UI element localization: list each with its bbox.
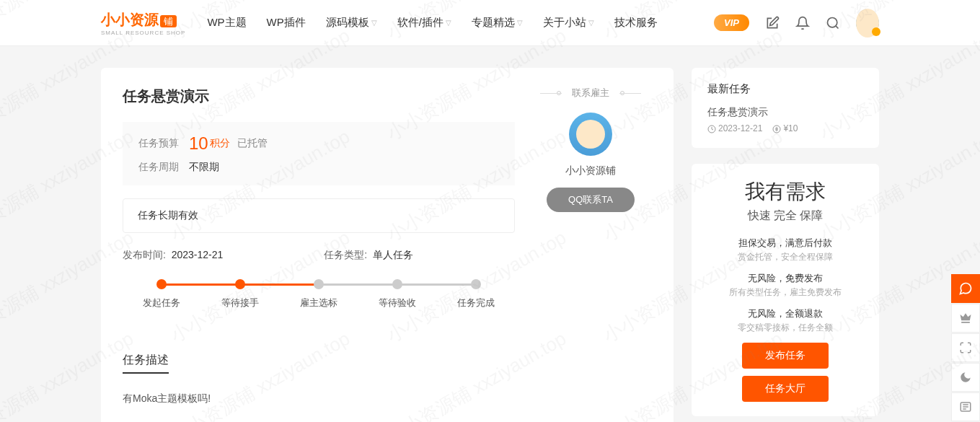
search-icon[interactable] xyxy=(826,16,840,30)
feature-1: 无风险，免费发布所有类型任务，雇主免费发布 xyxy=(707,272,863,299)
nav-item-4[interactable]: 专题精选▽ xyxy=(472,16,523,30)
latest-tasks-card: 最新任务 任务悬赏演示 2023-12-21 ¥10 xyxy=(692,68,879,148)
price-icon: ¥10 xyxy=(772,123,798,133)
nav-item-5[interactable]: 关于小站▽ xyxy=(543,16,594,30)
chevron-down-icon: ▽ xyxy=(446,19,451,27)
float-expand-icon[interactable] xyxy=(951,333,980,362)
description-heading: 任务描述 xyxy=(123,353,169,374)
chevron-down-icon: ▽ xyxy=(517,19,523,27)
nav-item-6[interactable]: 技术服务 xyxy=(614,16,658,30)
chevron-down-icon: ▽ xyxy=(588,19,594,27)
nav-item-1[interactable]: WP插件 xyxy=(267,16,306,30)
employer-avatar[interactable] xyxy=(569,113,612,156)
demand-features: 担保交易，满意后付款赏金托管，安全全程保障无风险，免费发布所有类型任务，雇主免费… xyxy=(707,237,863,334)
feature-2: 无风险，全额退款零交稿零接标，任务全额 xyxy=(707,307,863,334)
float-darkmode-icon[interactable] xyxy=(951,363,980,392)
user-avatar[interactable] xyxy=(856,12,879,35)
chevron-down-icon: ▽ xyxy=(371,19,377,27)
latest-task-link[interactable]: 任务悬赏演示 xyxy=(707,106,863,119)
bell-icon[interactable] xyxy=(795,16,810,30)
demand-card: 我有需求 快速 完全 保障 担保交易，满意后付款赏金托管，安全全程保障无风险，免… xyxy=(692,164,879,416)
svg-point-0 xyxy=(828,17,837,27)
step-0: 发起任务 xyxy=(123,279,201,309)
validity-box: 任务长期有效 xyxy=(123,198,515,233)
employer-name: 小小资源铺 xyxy=(529,164,652,177)
task-meta: 发布时间: 2023-12-21 任务类型: 单人任务 xyxy=(123,249,515,262)
budget-box: 任务预算 10积分 已托管 任务周期 不限期 xyxy=(123,122,515,185)
nav-item-2[interactable]: 源码模板▽ xyxy=(326,16,377,30)
float-support-icon[interactable] xyxy=(951,274,980,303)
task-title: 任务悬赏演示 xyxy=(123,87,515,106)
clock-icon: 2023-12-21 xyxy=(707,123,762,133)
nav-item-0[interactable]: WP主题 xyxy=(207,16,246,30)
description-body: 有Moka主题模板吗! xyxy=(123,390,652,408)
float-toolbar xyxy=(951,274,980,421)
task-steps: 发起任务等待接手雇主选标等待验收任务完成 xyxy=(123,279,515,309)
site-logo[interactable]: 小小资源铺 SMALL RESOURCE SHOP xyxy=(101,10,185,36)
task-detail-card: 任务悬赏演示 任务预算 10积分 已托管 任务周期 不限期 任务长期有效 xyxy=(101,68,674,422)
header: 小小资源铺 SMALL RESOURCE SHOP WP主题WP插件源码模板▽软… xyxy=(0,0,980,46)
feature-0: 担保交易，满意后付款赏金托管，安全全程保障 xyxy=(707,237,863,263)
float-news-icon[interactable] xyxy=(951,392,980,421)
edit-icon[interactable] xyxy=(765,16,780,30)
publish-task-button[interactable]: 发布任务 xyxy=(742,343,829,369)
contact-qq-button[interactable]: QQ联系TA xyxy=(547,188,635,212)
main-nav: WP主题WP插件源码模板▽软件/插件▽专题精选▽关于小站▽技术服务 xyxy=(207,16,714,30)
task-hall-button[interactable]: 任务大厅 xyxy=(742,376,829,402)
employer-card: 联系雇主 小小资源铺 QQ联系TA xyxy=(529,87,652,331)
nav-item-3[interactable]: 软件/插件▽ xyxy=(397,16,451,30)
float-crown-icon[interactable] xyxy=(951,304,980,333)
vip-badge[interactable]: VIP xyxy=(714,14,749,31)
